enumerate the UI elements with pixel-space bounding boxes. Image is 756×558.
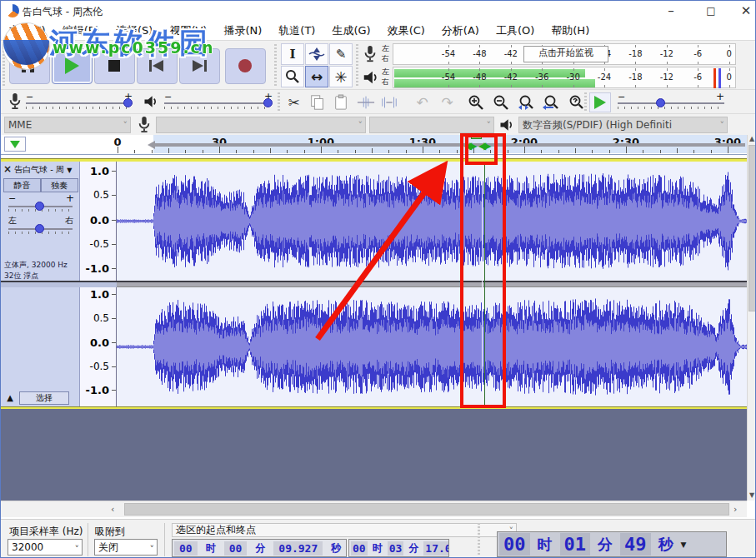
scale-tick: [112, 195, 116, 196]
fit-project-button[interactable]: [539, 92, 562, 113]
ruler-tick: [660, 150, 661, 153]
silence-audio-button[interactable]: [378, 92, 400, 113]
snap-to-dropdown[interactable]: 关闭˅: [94, 539, 158, 556]
solo-button[interactable]: 独奏: [41, 178, 78, 192]
zoom-in-icon: [468, 94, 484, 111]
play-speed-thumb[interactable]: [656, 98, 665, 107]
meter-tick-label: -54: [442, 49, 455, 58]
minimize-button[interactable]: –: [658, 2, 683, 19]
play-volume-slider[interactable]: [164, 102, 271, 104]
mute-button[interactable]: 静音: [3, 178, 41, 192]
menu-item-9[interactable]: 工具(O): [488, 22, 543, 40]
collapse-track-button[interactable]: ▲: [3, 391, 18, 405]
waveform-channel-right[interactable]: [117, 287, 747, 406]
empty-track-area[interactable]: [1, 409, 747, 501]
menu-item-5[interactable]: 轨道(T): [270, 22, 323, 40]
time-digits: 00: [224, 541, 248, 556]
toolbar-grip[interactable]: [278, 92, 280, 112]
scroll-left-arrow[interactable]: ‹: [111, 504, 114, 515]
play-speed-slider[interactable]: [618, 102, 724, 104]
menu-item-6[interactable]: 生成(G): [323, 22, 378, 40]
meter-tick-label: 0: [726, 72, 731, 82]
play-at-speed-icon: [594, 96, 606, 109]
toolbar-grip[interactable]: [274, 44, 277, 87]
vertical-scroll-thumb[interactable]: [748, 145, 756, 311]
meter-tick: [542, 68, 543, 71]
play-meter-speaker-icon[interactable]: [362, 68, 380, 87]
track-title-menu[interactable]: 告白气球 - 周 ▼: [14, 164, 78, 176]
horizontal-scroll-thumb[interactable]: [124, 503, 729, 516]
toolbar-grip[interactable]: [584, 92, 587, 112]
record-button[interactable]: [225, 48, 266, 84]
channel-separator[interactable]: [117, 281, 747, 287]
plus-label: +: [716, 91, 724, 102]
redo-button[interactable]: ↷: [436, 92, 458, 113]
project-rate-dropdown[interactable]: 32000˅: [8, 539, 83, 556]
zoom-out-button[interactable]: [489, 92, 512, 113]
zoom-toggle-button[interactable]: [564, 92, 587, 113]
play-volume-thumb[interactable]: [263, 98, 273, 107]
selection-start-field[interactable]: 00时00分09.927秒▼: [172, 539, 347, 557]
gain-thumb[interactable]: [35, 202, 44, 211]
envelope-tool-button[interactable]: [305, 43, 328, 65]
copy-button[interactable]: [306, 92, 328, 113]
pan-thumb[interactable]: [35, 224, 44, 233]
selection-tool-button[interactable]: I: [281, 43, 304, 65]
zoom-tool-button[interactable]: [281, 66, 304, 87]
menu-item-7[interactable]: 效果(C): [379, 22, 433, 40]
record-meter-mic-icon[interactable]: [362, 45, 378, 63]
play-meter-left-label: 左: [382, 67, 389, 77]
vertical-scrollbar[interactable]: ▲ ▼: [747, 135, 756, 501]
menu-item-4[interactable]: 播录(N): [215, 22, 270, 40]
maximize-button[interactable]: □: [698, 2, 723, 19]
time-shift-tool-button[interactable]: ↔: [305, 66, 328, 87]
multi-tool-button[interactable]: ✳: [329, 66, 353, 87]
meter-tick: [573, 85, 574, 87]
recording-device-dropdown[interactable]: ˅: [156, 117, 366, 133]
record-volume-thumb[interactable]: [123, 98, 133, 107]
ruler-tick: [134, 150, 135, 153]
monitor-tooltip[interactable]: 点击开始监视: [523, 46, 608, 62]
playback-meter[interactable]: -54-48-42-36-30-24-18-12-60: [393, 67, 736, 88]
selection-end-field[interactable]: 00时03分17.055秒▼: [348, 539, 449, 557]
cut-button[interactable]: ✂: [283, 92, 305, 113]
audio-position-field[interactable]: 00时01分49秒▼: [497, 531, 727, 557]
menu-item-8[interactable]: 分析(A): [433, 22, 488, 40]
meter-tick: [479, 68, 480, 71]
toolbar-grip[interactable]: [356, 44, 358, 87]
paste-button[interactable]: [329, 92, 352, 113]
chevron-down-icon[interactable]: ▼: [681, 541, 687, 549]
selection-range-dropdown[interactable]: 选区的起点和终点˅: [172, 523, 517, 537]
zoom-in-button[interactable]: [464, 92, 487, 113]
scroll-down-arrow[interactable]: ▼: [749, 491, 754, 499]
pan-right-label: 右: [65, 215, 73, 227]
zoom-selection-button[interactable]: [514, 92, 537, 113]
undo-button[interactable]: ↶: [411, 92, 433, 113]
paste-icon: [333, 94, 348, 111]
ruler-tick: [304, 150, 305, 153]
close-button[interactable]: ✕: [733, 2, 756, 19]
ruler-tick: [575, 148, 576, 153]
time-digits: 17.055: [423, 541, 449, 556]
scroll-up-arrow[interactable]: ▲: [749, 135, 754, 142]
app-icon: [6, 4, 19, 17]
waveform-channel-left[interactable]: [117, 162, 747, 281]
playback-device-dropdown[interactable]: 数字音频(S/PDIF) (High Definiti˅: [518, 117, 728, 133]
ruler-tick: [406, 150, 407, 153]
toolbar-grip[interactable]: [478, 523, 480, 556]
record-volume-slider[interactable]: [26, 102, 133, 104]
audio-host-dropdown[interactable]: MME˅: [4, 117, 131, 133]
recording-channels-dropdown[interactable]: ˅: [369, 117, 494, 133]
trim-audio-button[interactable]: [354, 92, 377, 113]
meter-tick: [479, 62, 480, 64]
track-close-button[interactable]: ×: [3, 163, 12, 175]
draw-tool-button[interactable]: ✎: [329, 43, 353, 65]
timeline-ruler[interactable]: 0301:001:302:002:303:00 ◀▶ ◀▶: [1, 135, 747, 155]
horizontal-scrollbar[interactable]: ‹ ›: [1, 501, 747, 517]
time-unit: 分: [250, 541, 270, 556]
scroll-right-arrow[interactable]: ›: [733, 504, 737, 515]
track-select-button[interactable]: 选择: [19, 391, 69, 405]
menu-item-10[interactable]: 帮助(H): [543, 22, 598, 40]
title-bar: 告白气球 - 周杰伦 – □ ✕: [1, 1, 756, 21]
play-at-speed-button[interactable]: [589, 92, 611, 112]
